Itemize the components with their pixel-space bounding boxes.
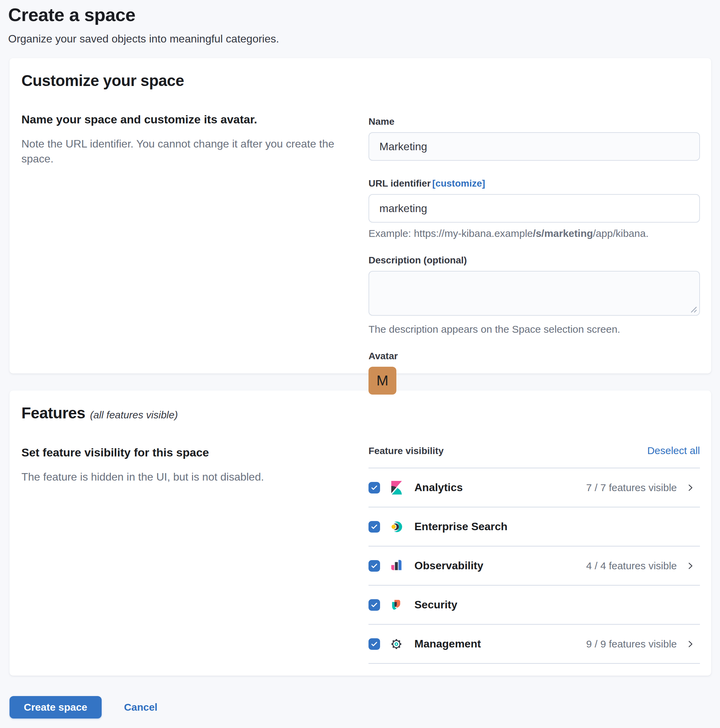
url-identifier-label-row: URL identifier [customize] — [369, 178, 700, 189]
feature-count: 4 / 4 features visible — [586, 560, 677, 572]
observability-checkbox[interactable] — [369, 560, 380, 572]
form-actions: Create space Cancel — [9, 696, 720, 719]
management-checkbox[interactable] — [369, 638, 380, 650]
resize-handle-icon[interactable] — [690, 306, 697, 313]
feature-row-analytics[interactable]: Analytics 7 / 7 features visible — [369, 468, 700, 507]
customize-group-title: Name your space and customize its avatar… — [21, 112, 345, 127]
features-title-text: Features — [21, 404, 85, 422]
feature-label: Security — [414, 598, 457, 611]
space-avatar[interactable]: M — [369, 367, 396, 395]
feature-label: Enterprise Search — [414, 520, 507, 533]
description-textarea[interactable] — [369, 271, 700, 316]
divider — [369, 663, 700, 664]
feature-row-security[interactable]: Security — [369, 586, 700, 624]
feature-count: 9 / 9 features visible — [586, 638, 677, 650]
feature-label: Analytics — [414, 481, 463, 494]
features-description-column: Set feature visibility for this space Th… — [21, 445, 345, 664]
page-subtitle: Organize your saved objects into meaning… — [8, 31, 712, 46]
url-identifier-label: URL identifier — [369, 178, 431, 189]
feature-visibility-column: Feature visibility Deselect all — [369, 445, 700, 664]
feature-row-observability[interactable]: Observability 4 / 4 features visible — [369, 546, 700, 585]
checkmark-icon — [370, 601, 378, 609]
features-card-title: Features(all features visible) — [21, 404, 700, 424]
page-header: Create a space Organize your saved objec… — [0, 0, 720, 46]
checkmark-icon — [370, 640, 378, 648]
feature-row-management[interactable]: Management 9 / 9 features visible — [369, 625, 700, 663]
checkmark-icon — [370, 523, 378, 531]
feature-label: Management — [414, 638, 481, 650]
feature-visibility-header: Feature visibility Deselect all — [369, 445, 700, 457]
space-name-input[interactable] — [369, 132, 700, 161]
customize-form-column: Name URL identifier [customize] Example:… — [369, 112, 700, 395]
page-title: Create a space — [8, 3, 712, 26]
create-space-page: Create a space Organize your saved objec… — [0, 0, 720, 728]
checkmark-icon — [370, 562, 378, 570]
customize-card-title: Customize your space — [21, 72, 700, 89]
security-checkbox[interactable] — [369, 599, 380, 611]
enterprise-search-logo-icon — [389, 520, 403, 534]
create-space-button[interactable]: Create space — [9, 696, 102, 719]
chevron-right-icon[interactable] — [685, 560, 696, 571]
url-example-bold: /s/marketing — [533, 228, 593, 239]
features-group-title: Set feature visibility for this space — [21, 445, 345, 460]
feature-visibility-label: Feature visibility — [369, 445, 444, 457]
features-title-note: (all features visible) — [90, 409, 178, 421]
customize-space-card: Customize your space Name your space and… — [9, 58, 711, 373]
chevron-right-icon[interactable] — [685, 482, 696, 493]
description-textarea-wrap — [369, 271, 700, 316]
name-label: Name — [369, 116, 394, 127]
management-gear-icon — [389, 637, 403, 651]
cancel-button[interactable]: Cancel — [124, 702, 158, 713]
feature-count: 7 / 7 features visible — [586, 482, 677, 494]
avatar-label: Avatar — [369, 350, 398, 362]
features-card: Features(all features visible) Set featu… — [9, 390, 711, 676]
checkmark-icon — [370, 483, 378, 492]
features-group-description: The feature is hidden in the UI, but is … — [21, 470, 345, 484]
customize-description-column: Name your space and customize its avatar… — [21, 112, 345, 395]
feature-row-enterprise-search[interactable]: Enterprise Search — [369, 508, 700, 546]
chevron-right-icon[interactable] — [685, 639, 696, 650]
analytics-checkbox[interactable] — [369, 482, 380, 494]
url-example-help: Example: https://my-kibana.example/s/mar… — [369, 227, 700, 240]
deselect-all-link[interactable]: Deselect all — [647, 445, 700, 456]
customize-url-link[interactable]: [customize] — [432, 178, 486, 189]
customize-group-description: Note the URL identifier. You cannot chan… — [21, 136, 345, 166]
enterprise-search-checkbox[interactable] — [369, 521, 380, 532]
security-logo-icon — [389, 598, 403, 612]
description-label: Description (optional) — [369, 255, 467, 266]
url-example-prefix: Example: https://my-kibana.example — [369, 228, 533, 239]
feature-label: Observability — [414, 560, 483, 572]
description-help: The description appears on the Space sel… — [369, 323, 700, 336]
url-example-suffix: /app/kibana. — [593, 228, 648, 239]
analytics-logo-icon — [389, 481, 403, 494]
url-identifier-input[interactable] — [369, 194, 700, 223]
observability-logo-icon — [389, 559, 403, 573]
